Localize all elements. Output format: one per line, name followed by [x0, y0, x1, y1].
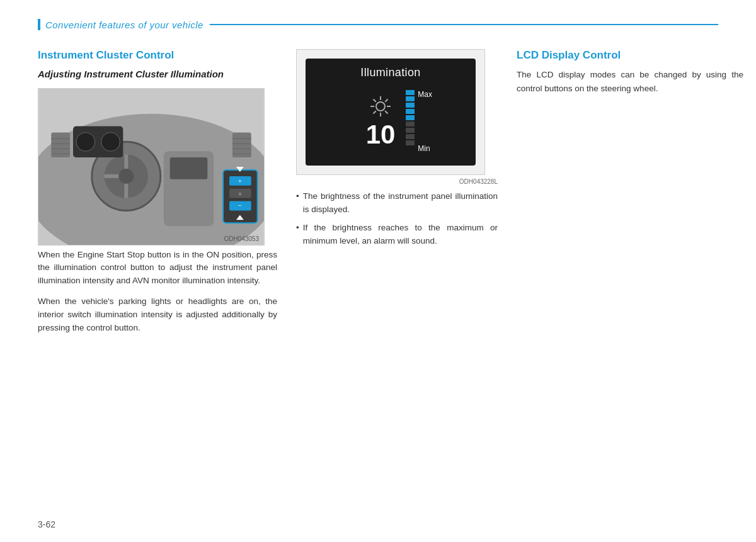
right-column: LCD Display Control The LCD display mode… [517, 49, 743, 342]
body-text-2: When the vehicle's parking lights or hea… [38, 295, 277, 335]
illumination-display-inner: Illumination [306, 59, 476, 166]
dashboard-illustration: + ≡ − [38, 89, 264, 245]
illumination-title: Illumination [360, 66, 420, 79]
image-code-left: ODH043053 [224, 235, 259, 242]
mid-column: Illumination [296, 49, 498, 342]
illumination-image-code: ODH043228L [296, 178, 498, 185]
svg-text:−: − [238, 202, 242, 209]
bar-seg-7 [406, 128, 415, 133]
svg-line-39 [385, 99, 387, 101]
svg-line-37 [374, 99, 376, 101]
illumination-min-label: Min [418, 144, 430, 153]
bullet-text-2: If the brightness reaches to the maximum… [303, 222, 498, 248]
illumination-right: Max [405, 90, 415, 153]
svg-point-4 [118, 168, 134, 183]
svg-point-10 [101, 132, 120, 151]
sub-title: Adjusting Instrument Cluster Illuminatio… [38, 68, 277, 81]
header-title: Convenient features of your vehicle [45, 20, 203, 30]
bar-seg-3 [406, 103, 415, 108]
bar-seg-2 [406, 96, 415, 101]
svg-point-32 [376, 102, 385, 111]
bar-seg-9 [406, 140, 415, 145]
body-text-1: When the Engine Start Stop button is in … [38, 249, 277, 288]
lcd-body-text: The LCD display modes can be changed by … [517, 68, 743, 95]
bullet-1: • The brightness of the instrument panel… [296, 190, 498, 217]
lcd-section-title: LCD Display Control [517, 49, 743, 62]
bar-seg-5 [406, 115, 415, 120]
bar-seg-4 [406, 109, 415, 114]
illumination-max-label: Max [418, 90, 432, 99]
illumination-left: 10 [366, 95, 396, 148]
header: Convenient features of your vehicle [38, 0, 718, 30]
section-title: Instrument Cluster Control [38, 49, 277, 62]
page-container: Convenient features of your vehicle Inst… [0, 0, 756, 542]
bar-seg-1 [406, 90, 415, 95]
brightness-icon [369, 95, 392, 118]
svg-line-40 [374, 111, 376, 113]
footer-page-number: 3-62 [38, 519, 55, 529]
bullet-text-1: The brightness of the instrument panel i… [303, 190, 498, 217]
svg-point-9 [76, 132, 95, 151]
svg-text:≡: ≡ [238, 190, 241, 196]
header-line-right [210, 24, 718, 25]
content-grid: Instrument Cluster Control Adjusting Ins… [38, 49, 718, 342]
left-column: Instrument Cluster Control Adjusting Ins… [38, 49, 277, 342]
bullet-symbol-1: • [296, 190, 299, 217]
illumination-content: 10 Max [316, 84, 466, 158]
illumination-bar [405, 90, 415, 153]
bullet-2: • If the brightness reaches to the maxim… [296, 222, 498, 248]
illumination-number: 10 [366, 121, 396, 148]
illumination-display-box: Illumination [296, 49, 485, 175]
svg-line-38 [385, 111, 387, 113]
bullet-symbol-2: • [296, 222, 299, 248]
bar-seg-6 [406, 121, 415, 127]
bar-seg-8 [406, 134, 415, 139]
svg-rect-12 [170, 157, 208, 179]
svg-text:+: + [238, 177, 242, 184]
header-line-accent [38, 19, 40, 30]
car-image-box: + ≡ − [38, 88, 265, 246]
